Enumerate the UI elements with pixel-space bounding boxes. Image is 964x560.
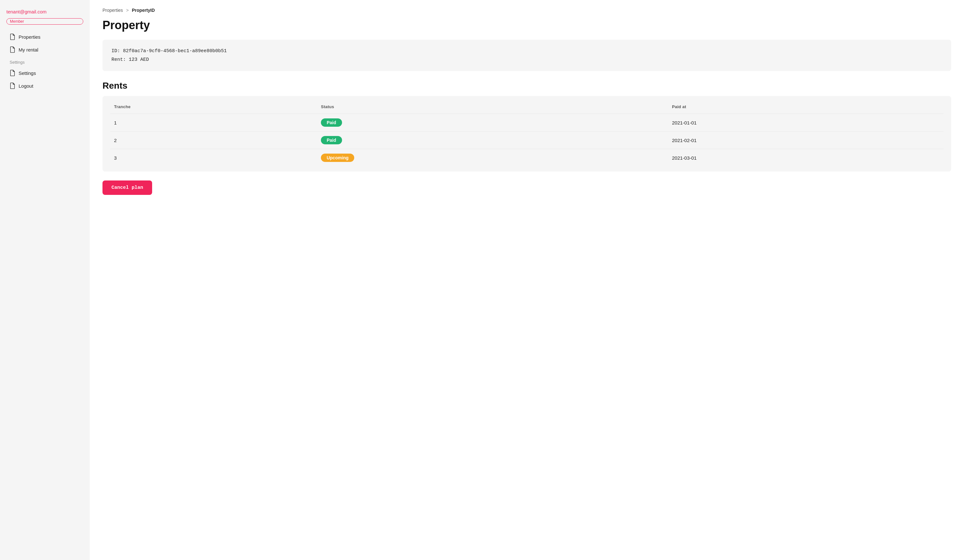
- cell-status: Paid: [317, 131, 668, 149]
- cell-paid-at: 2021-03-01: [668, 149, 943, 167]
- status-badge: Paid: [321, 136, 342, 144]
- sidebar-item-logout[interactable]: Logout: [7, 80, 83, 91]
- cell-tranche: 3: [110, 149, 317, 167]
- cell-tranche: 2: [110, 131, 317, 149]
- id-value: 82f0ac7a-9cf0-4568-bec1-a89ee80b0b51: [123, 48, 227, 54]
- property-info-box: ID: 82f0ac7a-9cf0-4568-bec1-a89ee80b0b51…: [103, 40, 951, 71]
- breadcrumb-separator: >: [126, 8, 129, 13]
- cell-status: Paid: [317, 114, 668, 131]
- document-icon: [10, 46, 15, 53]
- sidebar: tenant@gmail.com Member Properties My re…: [0, 0, 90, 560]
- sidebar-item-properties-label: Properties: [19, 34, 40, 40]
- sidebar-item-my-rental[interactable]: My rental: [7, 44, 83, 55]
- col-header-paid-at: Paid at: [668, 101, 943, 114]
- status-badge: Paid: [321, 118, 342, 127]
- breadcrumb: Properties > PropertyID: [103, 8, 951, 13]
- cell-paid-at: 2021-02-01: [668, 131, 943, 149]
- table-row: 2Paid2021-02-01: [110, 131, 943, 149]
- table-row: 3Upcoming2021-03-01: [110, 149, 943, 167]
- sidebar-item-my-rental-label: My rental: [19, 47, 38, 52]
- status-badge: Upcoming: [321, 154, 354, 162]
- property-rent-line: Rent: 123 AED: [111, 55, 942, 64]
- sidebar-item-logout-label: Logout: [19, 83, 33, 89]
- rent-label: Rent:: [111, 57, 126, 62]
- rents-table: Tranche Status Paid at 1Paid2021-01-012P…: [110, 101, 943, 166]
- user-email: tenant@gmail.com: [7, 9, 83, 15]
- sidebar-item-settings-label: Settings: [19, 70, 36, 76]
- property-id-line: ID: 82f0ac7a-9cf0-4568-bec1-a89ee80b0b51: [111, 47, 942, 55]
- settings-section-label: Settings: [7, 57, 83, 66]
- member-badge: Member: [7, 18, 83, 24]
- main-content: Properties > PropertyID Property ID: 82f…: [90, 0, 964, 560]
- rents-section-title: Rents: [103, 81, 951, 91]
- cell-tranche: 1: [110, 114, 317, 131]
- rent-value: 123 AED: [129, 57, 149, 62]
- cancel-plan-button[interactable]: Cancel plan: [103, 180, 152, 195]
- sidebar-item-settings[interactable]: Settings: [7, 67, 83, 79]
- rents-table-wrapper: Tranche Status Paid at 1Paid2021-01-012P…: [103, 96, 951, 172]
- id-label: ID:: [111, 48, 120, 54]
- breadcrumb-current: PropertyID: [132, 8, 155, 13]
- col-header-status: Status: [317, 101, 668, 114]
- page-title: Property: [103, 19, 951, 32]
- breadcrumb-parent[interactable]: Properties: [103, 8, 123, 13]
- sidebar-item-properties[interactable]: Properties: [7, 31, 83, 42]
- table-row: 1Paid2021-01-01: [110, 114, 943, 131]
- cell-paid-at: 2021-01-01: [668, 114, 943, 131]
- col-header-tranche: Tranche: [110, 101, 317, 114]
- cell-status: Upcoming: [317, 149, 668, 167]
- document-icon: [10, 70, 15, 76]
- document-icon: [10, 34, 15, 40]
- document-icon: [10, 83, 15, 89]
